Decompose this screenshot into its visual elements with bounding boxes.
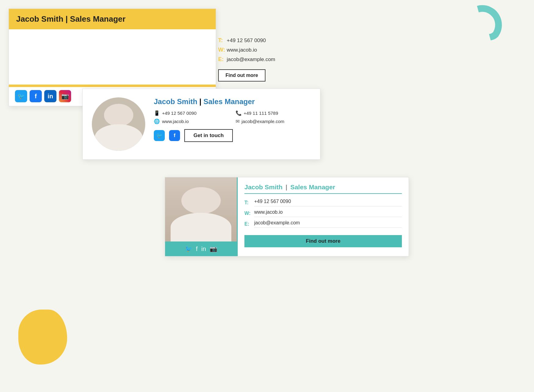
card2-avatar xyxy=(92,97,145,151)
card1-website-row: W: www.jacob.io xyxy=(218,47,275,53)
card3-email-value: jacob@example.com xyxy=(254,220,402,228)
card1-email-row: E: jacob@example.com xyxy=(218,56,275,63)
twitter-icon[interactable]: 🐦 xyxy=(15,90,27,102)
mobile-icon: 📱 xyxy=(154,110,160,116)
card2-phone-value: +49 11 111 5789 xyxy=(244,111,278,116)
card3-avatar xyxy=(165,177,237,241)
teal-arc-decoration xyxy=(458,0,509,47)
card3-content: Jacob Smith | Sales Manager T: +49 12 56… xyxy=(237,177,409,256)
card2-signature: Jacob Smith | Sales Manager 📱 +49 12 567… xyxy=(82,89,320,160)
card2-website-row: 🌐 www.jacob.io xyxy=(154,118,229,124)
card3-signature: 🐦 f in 📷 Jacob Smith | Sales Manager T: … xyxy=(165,177,409,256)
card3-facebook-icon[interactable]: f xyxy=(196,245,198,252)
card2-person-photo xyxy=(92,97,145,151)
card1-phone-row: T: +49 12 567 0090 xyxy=(218,37,275,44)
card3-twitter-icon[interactable]: 🐦 xyxy=(185,245,192,252)
card1-footer-bar xyxy=(9,85,216,87)
card2-bottom: 🐦 f Get in touch xyxy=(154,129,311,142)
card3-phone-value: +49 12 567 0090 xyxy=(254,199,402,206)
card2-email-row: ✉ jacob@example.com xyxy=(236,118,311,124)
card1-body: T: +49 12 567 0090 W: www.jacob.io E: ja… xyxy=(9,29,216,85)
card1-email-label: E: xyxy=(218,56,227,63)
card2-mobile-value: +49 12 567 0090 xyxy=(162,111,197,116)
card2-title: Jacob Smith | Sales Manager xyxy=(154,97,311,106)
card1-title: Jacob Smith | Sales Manager xyxy=(16,14,125,24)
card2-separator: | xyxy=(197,97,204,106)
card1-phone-value: +49 12 567 0090 xyxy=(227,38,266,44)
card2-twitter-icon[interactable]: 🐦 xyxy=(154,130,165,141)
card3-photo-col: 🐦 f in 📷 xyxy=(165,177,237,256)
card1-email-value: jacob@example.com xyxy=(227,56,275,63)
card3-separator: | xyxy=(284,183,289,191)
card3-website-row: W: www.jacob.io xyxy=(244,209,402,217)
facebook-icon[interactable]: f xyxy=(30,90,42,102)
card3-social-bar: 🐦 f in 📷 xyxy=(165,241,237,256)
email-icon: ✉ xyxy=(236,118,240,124)
card2-content: Jacob Smith | Sales Manager 📱 +49 12 567… xyxy=(154,97,311,142)
card2-photo-wrap xyxy=(92,97,145,151)
card3-instagram-icon[interactable]: 📷 xyxy=(210,245,217,252)
card1-website-value: www.jacob.io xyxy=(227,47,257,53)
card3-phone-row: T: +49 12 567 0090 xyxy=(244,199,402,206)
card2-website-value: www.jacob.io xyxy=(162,119,189,124)
card2-contact-grid: 📱 +49 12 567 0090 📞 +49 11 111 5789 🌐 ww… xyxy=(154,110,311,124)
card2-mobile-row: 📱 +49 12 567 0090 xyxy=(154,110,229,116)
card2-cta-button[interactable]: Get in touch xyxy=(184,129,233,142)
card1-cta-button[interactable]: Find out more xyxy=(218,69,265,82)
card3-linkedin-icon[interactable]: in xyxy=(201,245,206,252)
globe-icon: 🌐 xyxy=(154,118,160,124)
card2-inner: Jacob Smith | Sales Manager 📱 +49 12 567… xyxy=(92,97,311,151)
yellow-blob-decoration xyxy=(18,310,67,365)
card2-phone-row: 📞 +49 11 111 5789 xyxy=(236,110,311,116)
card3-website-value: www.jacob.io xyxy=(254,209,402,217)
instagram-icon[interactable]: 📷 xyxy=(59,90,71,102)
phone-icon: 📞 xyxy=(236,110,242,116)
card1-website-label: W: xyxy=(218,47,227,53)
card3-email-label: E: xyxy=(244,221,254,227)
card3-email-row: E: jacob@example.com xyxy=(244,220,402,228)
card2-role: Sales Manager xyxy=(204,97,255,106)
card1-phone-label: T: xyxy=(218,37,227,44)
card2-facebook-icon[interactable]: f xyxy=(169,130,180,141)
card2-email-value: jacob@example.com xyxy=(242,119,284,124)
card3-phone-label: T: xyxy=(244,200,254,205)
card2-name: Jacob Smith xyxy=(154,97,197,106)
card3-name: Jacob Smith xyxy=(244,183,283,191)
card1-header: Jacob Smith | Sales Manager xyxy=(9,9,216,29)
card1-contact-info: T: +49 12 567 0090 W: www.jacob.io E: ja… xyxy=(218,35,275,82)
card3-cta-button[interactable]: Find out more xyxy=(244,235,402,247)
linkedin-icon[interactable]: in xyxy=(44,90,56,102)
card3-website-label: W: xyxy=(244,211,254,216)
card3-title: Jacob Smith | Sales Manager xyxy=(244,183,402,194)
card3-role: Sales Manager xyxy=(290,183,335,191)
